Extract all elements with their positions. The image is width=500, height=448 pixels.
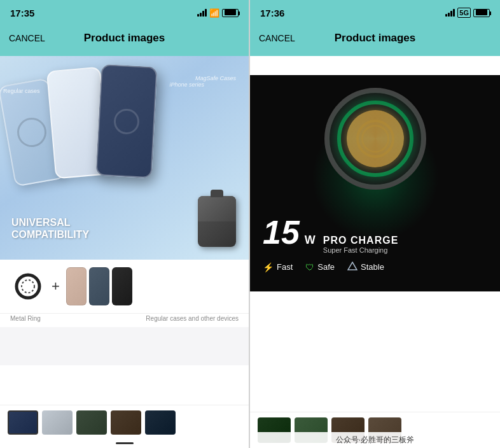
charging-info: 15 W PRO CHARGE Super Fast Charging ⚡ Fa… [250,216,500,272]
feature-stable: Stable [347,262,384,272]
left-bottom-gray [0,327,249,365]
regular-cases-label: Regular cases [3,88,40,94]
left-status-bar: 17:35 📶 [0,0,249,23]
accessories-labels: Metal Ring Regular cases and other devic… [0,314,249,327]
right-top-space [250,56,500,75]
thumbnail-2[interactable] [42,410,73,435]
signal-icon [197,9,207,17]
compat-line1: UNIVERSAL [11,216,89,228]
thumbnail-4[interactable] [111,410,141,435]
right-status-bar: 17:36 5G [250,0,500,23]
left-cancel-button[interactable]: CANCEL [9,33,45,43]
mini-case-black [112,267,132,305]
feature-safe: 🛡 Safe [305,262,335,272]
right-battery-icon [473,9,490,17]
left-main-image: Regular cases MagSafe Cases iPhone serie… [0,56,249,260]
watermark: 公众号·必胜哥的三板斧 [250,432,500,448]
iphone-label: iPhone series [169,81,204,88]
fast-label: Fast [277,262,293,272]
case-phone-dark [95,64,157,178]
stable-label: Stable [361,262,384,272]
accessories-section: + [0,260,249,314]
battery-icon [222,9,239,17]
right-signal-icon [445,9,455,17]
right-network-badge: 5G [457,8,471,18]
stable-icon [347,262,358,272]
right-cancel-button[interactable]: CANCEL [259,33,295,43]
right-phone: 17:36 5G CANCEL Product images [250,0,500,448]
cases-label: Regular cases and other devices [146,315,239,322]
thumbnail-1[interactable] [8,410,38,435]
pro-charge-label: PRO CHARGE [323,235,398,246]
compatibility-text: UNIVERSAL COMPATIBILITY [11,216,89,241]
mount-device [198,196,236,247]
watt-number: 15 [263,216,300,249]
left-status-icons: 📶 [197,8,239,18]
right-content-area [250,291,500,412]
magsafe-label: MagSafe Cases [195,75,236,81]
thumbnail-3[interactable] [76,410,107,435]
left-phone: 17:35 📶 CANCEL Product images [0,0,249,448]
left-time: 17:35 [10,8,34,18]
left-content-area[interactable]: Regular cases MagSafe Cases iPhone serie… [0,56,249,405]
svg-point-1 [22,280,34,293]
wifi-icon: 📶 [209,8,219,18]
metal-ring-icon [10,269,45,304]
plus-sign: + [52,278,60,295]
right-nav-title: Product images [335,32,416,45]
mini-case-rose [66,267,87,305]
compat-line2: COMPATIBILITY [11,228,89,241]
thumbnail-5[interactable] [145,410,176,435]
metal-ring-label: Metal Ring [10,315,41,322]
watermark-text: 公众号·必胜哥的三板斧 [336,435,414,444]
safe-icon: 🛡 [305,262,314,272]
mini-case-navy [89,267,109,305]
left-nav-title: Product images [84,32,165,45]
watt-unit: W [305,234,316,247]
left-thumbnail-strip[interactable] [0,405,249,440]
mini-cases-group [66,267,239,305]
right-time: 17:36 [260,8,284,18]
safe-label: Safe [317,262,335,272]
svg-point-0 [17,275,39,298]
right-phone-wrapper: 17:36 5G CANCEL Product images [250,0,500,448]
gear-visual [324,88,426,190]
feature-fast: ⚡ Fast [263,262,293,272]
left-nav-bar: CANCEL Product images [0,23,249,56]
phone-cases-background: Regular cases MagSafe Cases iPhone serie… [0,56,249,260]
right-status-icons: 5G [445,8,490,18]
right-nav-bar: CANCEL Product images [250,23,500,56]
pro-charge-text: PRO CHARGE Super Fast Charging [323,235,398,254]
super-fast-label: Super Fast Charging [323,246,398,254]
feature-row: ⚡ Fast 🛡 Safe Stable [263,262,487,272]
thumbnail-indicator [116,442,134,444]
watt-display: 15 W PRO CHARGE Super Fast Charging [263,216,398,254]
fast-icon: ⚡ [263,262,274,272]
charging-image: 15 W PRO CHARGE Super Fast Charging ⚡ Fa… [250,75,500,291]
